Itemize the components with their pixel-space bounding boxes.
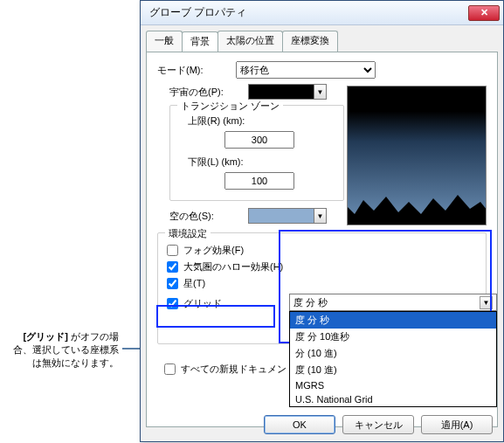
stars-row[interactable]: 星(T): [167, 277, 477, 290]
mode-label: モード(M):: [157, 64, 236, 77]
sky-preview: [347, 86, 487, 225]
sky-color-picker[interactable]: ▼: [248, 208, 327, 224]
tab-bar: 一般 背景 太陽の位置 座標変換: [141, 25, 503, 52]
close-button[interactable]: ✕: [468, 5, 500, 21]
halo-row[interactable]: 大気圏のハロー効果(H): [167, 260, 477, 273]
transition-zone-group: トランジション ゾーン 上限(R) (km): 下限(L) (km):: [169, 105, 344, 201]
tab-coord-transform[interactable]: 座標変換: [282, 31, 338, 52]
grid-option[interactable]: 分 (10 進): [290, 345, 496, 362]
grid-label: グリッド: [183, 297, 222, 310]
halo-checkbox[interactable]: [167, 261, 178, 273]
grid-option[interactable]: 度 (10 進): [290, 362, 496, 378]
chevron-down-icon: ▼: [314, 209, 326, 223]
sky-color-swatch: [249, 209, 314, 223]
space-color-swatch: [249, 85, 314, 99]
sky-color-label: 空の色(S):: [169, 210, 248, 223]
space-color-label: 宇宙の色(P):: [169, 86, 248, 99]
lower-input[interactable]: [224, 172, 294, 190]
background-page: モード(M): 移行色 宇宙の色(P): ▼ トランジション ゾーン 上限(R)…: [146, 52, 498, 427]
apply-button[interactable]: 適用(A): [421, 415, 493, 434]
ok-button[interactable]: OK: [264, 415, 335, 434]
lower-label: 下限(L) (km):: [188, 156, 335, 169]
grid-dropdown-list[interactable]: 度 分 秒度 分 10進秒分 (10 進)度 (10 進)MGRSU.S. Na…: [289, 311, 497, 407]
tab-general[interactable]: 一般: [146, 31, 183, 52]
grid-select-value: 度 分 秒: [293, 296, 328, 309]
dialog-button-bar: OK キャンセル 適用(A): [141, 415, 503, 434]
fog-label: フォグ効果(F): [183, 244, 244, 257]
tab-background[interactable]: 背景: [182, 31, 218, 52]
space-color-picker[interactable]: ▼: [248, 84, 327, 100]
all-new-documents-checkbox[interactable]: [164, 363, 176, 375]
fog-row[interactable]: フォグ効果(F): [167, 244, 477, 257]
callout-strong: [グリッド]: [24, 331, 68, 342]
mode-select[interactable]: 移行色: [236, 61, 376, 79]
chevron-down-icon: ▼: [314, 85, 326, 99]
upper-label: 上限(R) (km):: [188, 114, 335, 128]
environment-group: 環境設定 フォグ効果(F) 大気圏のハロー効果(H) 星(T) グリッド: [157, 232, 487, 344]
all-new-documents-label: すべての新規ドキュメン: [181, 363, 287, 376]
chevron-down-icon: ▼: [480, 296, 493, 309]
transition-legend: トランジション ゾーン: [177, 100, 283, 113]
grid-checkbox[interactable]: [167, 298, 178, 309]
fog-checkbox[interactable]: [167, 245, 178, 256]
grid-row[interactable]: グリッド: [167, 297, 222, 310]
stars-label: 星(T): [183, 277, 205, 290]
upper-input[interactable]: [224, 131, 294, 149]
cancel-button[interactable]: キャンセル: [342, 415, 414, 434]
halo-label: 大気圏のハロー効果(H): [183, 260, 283, 273]
grid-select[interactable]: 度 分 秒 ▼: [289, 294, 497, 311]
grid-option[interactable]: 度 分 秒: [290, 312, 496, 329]
stars-checkbox[interactable]: [167, 278, 178, 289]
tab-sun-position[interactable]: 太陽の位置: [217, 31, 283, 52]
grid-option[interactable]: MGRS: [290, 378, 496, 392]
grid-option[interactable]: 度 分 10進秒: [290, 329, 496, 345]
terrain-silhouette: [348, 190, 487, 225]
grid-option[interactable]: U.S. National Grid: [290, 392, 496, 406]
titlebar: グローブ プロパティ ✕: [141, 1, 503, 25]
all-new-documents-row[interactable]: すべての新規ドキュメン: [164, 363, 287, 376]
dialog-title: グローブ プロパティ: [149, 5, 468, 20]
callout-text: [グリッド] がオフの場合、選択している座標系は無効になります。: [5, 330, 119, 370]
environment-legend: 環境設定: [165, 227, 211, 240]
globe-properties-dialog: グローブ プロパティ ✕ 一般 背景 太陽の位置 座標変換 モード(M): 移行…: [140, 0, 504, 442]
